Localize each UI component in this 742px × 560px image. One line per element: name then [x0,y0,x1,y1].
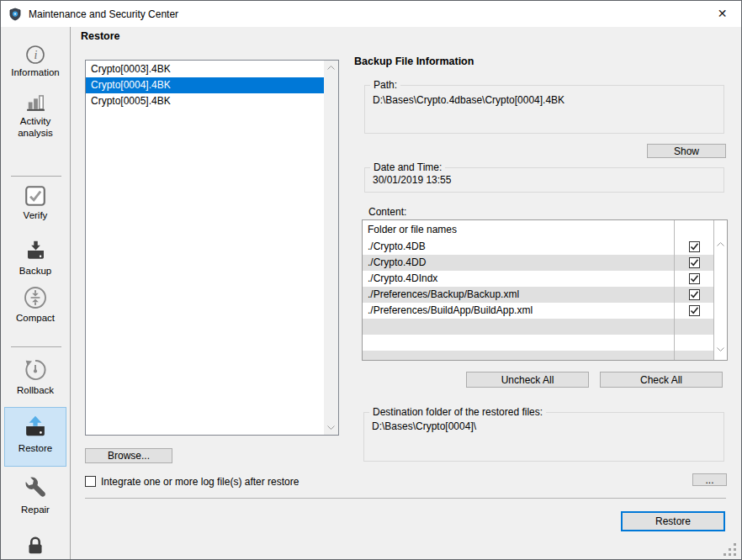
rollback-icon [4,356,66,383]
sidebar-item-label: Repair [4,505,66,516]
resize-grip-icon[interactable] [724,543,736,555]
row-checkbox[interactable] [689,305,700,316]
content-row[interactable] [363,335,713,351]
content-row-check-col [674,271,713,287]
scroll-down-icon[interactable] [714,347,727,351]
restore-icon [5,414,66,441]
sidebar-item-compact[interactable]: Compact [4,283,66,325]
window-title: Maintenance and Security Center [29,8,178,20]
scroll-down-icon[interactable] [324,425,338,430]
verify-icon [4,181,66,208]
content-row-check-col [674,335,713,351]
sidebar-item-label: Compact [4,313,66,325]
sidebar-item-encrypt[interactable]: Encrypt [4,531,66,560]
compact-icon [4,283,66,310]
restore-button[interactable]: Restore [621,511,725,531]
sidebar-item-rollback[interactable]: Rollback [4,356,66,397]
integrate-log-label: Integrate one or more log file(s) after … [101,476,299,488]
row-checkbox[interactable] [689,241,700,252]
more-options-button[interactable]: ... [692,473,727,486]
content-row-name: ./Crypto.4DIndx [363,271,674,287]
maintenance-security-center-window: { "window": { "title": "Maintenance and … [0,0,742,560]
sidebar-divider [11,176,61,177]
sidebar-item-label: Rollback [4,385,66,397]
content-row-check-col [674,255,713,271]
content-table-header: Folder or file names [363,220,713,239]
browse-button[interactable]: Browse... [85,448,172,463]
content-row-name: ./Crypto.4DD [363,255,674,271]
sidebar-item-verify[interactable]: Verify [4,181,66,222]
content-row-name: ./Crypto.4DB [363,239,674,255]
sidebar-divider [11,346,61,347]
backup-icon [4,236,66,263]
content-label: Content: [368,206,406,218]
path-groupbox: Path: D:\Bases\Crypto.4dbase\Crypto[0004… [364,85,724,134]
app-shield-icon [8,8,22,21]
path-label: Path: [370,79,400,91]
content-row-check-col [674,239,713,255]
integrate-log-checkbox[interactable] [85,476,96,487]
backup-list-rows: Crypto[0003].4BKCrypto[0004].4BKCrypto[0… [86,61,324,109]
destination-value: D:\Bases\Crypto[0004]\ [372,420,476,432]
sidebar-item-activity-analysis[interactable]: Activity analysis [4,87,66,140]
sidebar-item-label: Verify [4,210,66,222]
content-row[interactable]: ./Preferences/BuildApp/BuildApp.xml [363,303,713,319]
datetime-label: Date and Time: [370,161,445,173]
show-button[interactable]: Show [647,144,726,158]
sidebar-item-label: Information [4,67,66,79]
backup-file-information-heading: Backup File Information [354,55,474,67]
footer-divider [85,498,726,499]
content-row-partial [363,351,713,360]
titlebar: Maintenance and Security Center ✕ [1,1,741,27]
uncheck-all-button[interactable]: Uncheck All [466,372,589,388]
sidebar-item-label: Activity analysis [4,116,66,140]
scroll-up-icon[interactable] [714,242,727,246]
backup-list-item[interactable]: Crypto[0003].4BK [86,61,324,77]
content-row[interactable]: ./Crypto.4DB [363,239,713,255]
check-all-button[interactable]: Check All [600,372,723,388]
close-button[interactable]: ✕ [703,1,741,26]
repair-icon [4,475,66,502]
datetime-groupbox: Date and Time: 30/01/2019 13:55 [364,167,724,193]
row-checkbox[interactable] [689,273,700,284]
content-row[interactable]: ./Crypto.4DD [363,255,713,271]
sidebar-item-repair[interactable]: Repair [4,475,66,516]
content-header-label: Folder or file names [363,222,674,238]
row-checkbox[interactable] [689,289,700,300]
content-row[interactable]: ./Preferences/Backup/Backup.xml [363,287,713,303]
sidebar-item-label: Restore [5,443,66,455]
close-icon: ✕ [718,7,728,20]
content-row-name: ./Preferences/BuildApp/BuildApp.xml [363,303,674,319]
datetime-value: 30/01/2019 13:55 [373,174,451,186]
backup-list-item[interactable]: Crypto[0004].4BK [86,77,324,93]
content-row-check-col [674,303,713,319]
sidebar-item-information[interactable]: i Information [4,38,66,79]
sidebar-item-backup[interactable]: Backup [4,236,66,277]
sidebar: i Information Activity analysis Verify [1,27,71,560]
activity-analysis-icon [4,87,66,114]
content-row[interactable] [363,319,713,335]
backup-list-item[interactable]: Crypto[0005].4BK [86,93,324,109]
content-row-check-col [674,287,713,303]
content-row[interactable]: ./Crypto.4DIndx [363,271,713,287]
content-row-check-col [674,319,713,335]
path-value: D:\Bases\Crypto.4dbase\Crypto[0004].4BK [373,94,564,106]
content-table[interactable]: Folder or file names ./Crypto.4DB./Crypt… [362,219,728,361]
scroll-up-icon[interactable] [324,66,338,70]
information-icon: i [4,38,66,65]
content-header-check-col [674,220,713,239]
backup-list-scrollbar[interactable] [324,61,338,435]
row-checkbox[interactable] [689,257,700,268]
page-title: Restore [81,30,120,42]
destination-groupbox: Destination folder of the restored files… [363,412,724,462]
backup-list[interactable]: Crypto[0003].4BKCrypto[0004].4BKCrypto[0… [85,60,339,436]
destination-label: Destination folder of the restored files… [369,406,546,418]
content-row-name: ./Preferences/Backup/Backup.xml [363,287,674,303]
content-rows: Folder or file names ./Crypto.4DB./Crypt… [363,220,713,360]
sidebar-item-label: Backup [4,266,66,277]
svg-text:i: i [34,49,38,61]
content-table-scrollbar[interactable] [713,220,727,360]
sidebar-item-restore[interactable]: Restore [4,407,66,467]
encrypt-icon [4,531,66,557]
